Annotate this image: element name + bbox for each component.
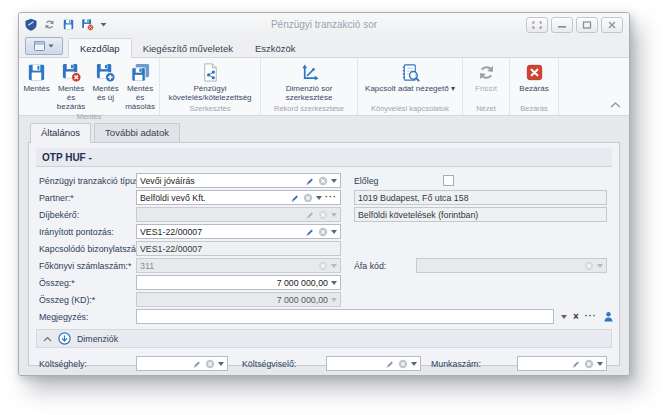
dropdown-icon[interactable] (331, 230, 337, 234)
shield-icon[interactable] (25, 18, 37, 31)
close-window-button[interactable]: Bezárás (512, 59, 556, 93)
refresh-icon[interactable] (43, 18, 56, 31)
osszeg-kd-label: Összeg (KD):* (39, 295, 136, 305)
row-fokonyvi-szamlaszam: Főkönyvi számlaszám:* 311 Áfa kód: (39, 258, 609, 273)
partner-address-field: 1019 Budapest, Fő utca 158 (354, 190, 607, 205)
titlebar[interactable]: Pénzügyi tranzakció sor (19, 13, 629, 36)
close-button[interactable] (601, 17, 623, 33)
tab-eszkozok[interactable]: Eszközök (244, 39, 307, 57)
save-copy-icon (129, 61, 151, 83)
clear-icon (318, 210, 328, 220)
pencil-icon (305, 210, 315, 220)
munkaszam-field[interactable] (517, 356, 607, 371)
financial-claim-button[interactable]: Pénzügyi követelés/kötelezettség (162, 59, 258, 102)
app-menu-button[interactable] (25, 37, 63, 55)
save-icon[interactable] (62, 18, 75, 31)
pencil-icon[interactable] (290, 193, 300, 203)
ribbon-group-szerkesztes: Pénzügyi követelés/kötelezettség Szerkes… (160, 58, 261, 115)
save-button[interactable]: Mentés (20, 59, 53, 93)
minimize-button[interactable] (551, 17, 573, 33)
ribbon-group-konyvelesi-kapcsolatok: Kapcsolt adat nézegető ▾ Könyvelési kapc… (358, 58, 463, 115)
dropdown-icon[interactable] (561, 315, 567, 319)
iranyitott-pontozas-field[interactable]: VES1-22/00007 (136, 224, 341, 239)
collapse-icon[interactable] (43, 336, 52, 342)
notebook-magnifier-icon (399, 61, 421, 83)
tab-kiegeszito-muveletek[interactable]: Kiegészítő műveletek (132, 39, 244, 57)
clear-icon[interactable] (303, 193, 313, 203)
pencil-icon[interactable] (192, 359, 202, 369)
person-icon[interactable] (603, 311, 614, 322)
ribbon-group-bezaras: Bezárás Bezárás (510, 58, 559, 115)
ellipsis-button[interactable]: ··· (585, 312, 597, 321)
qat-dropdown-icon[interactable] (100, 22, 107, 27)
dropdown-icon[interactable] (218, 362, 224, 366)
pencil-icon[interactable] (305, 227, 315, 237)
afa-kod-field[interactable] (416, 258, 607, 273)
row-dijbekero: Díjbekérő: Belföldi követelések (forintb… (39, 207, 609, 222)
clear-icon[interactable] (318, 227, 328, 237)
desktop: Pénzügyi tranzakció sor (0, 0, 668, 415)
linked-data-viewer-button[interactable]: Kapcsolt adat nézegető ▾ (361, 59, 459, 93)
chevron-down-icon (48, 44, 54, 48)
expand-circle-down-icon[interactable] (58, 332, 71, 345)
form-tab-tovabbi-adatok[interactable]: További adatok (94, 123, 180, 142)
form-tab-altalanos[interactable]: Általános (30, 123, 91, 143)
pencil-icon[interactable] (385, 359, 395, 369)
row-iranyitott-pontozas: Irányított pontozás: VES1-22/00007 (39, 224, 609, 239)
pencil-icon[interactable] (305, 176, 315, 186)
dropdown-icon[interactable] (411, 362, 417, 366)
clear-text-icon[interactable]: × (573, 312, 579, 322)
form-icon (34, 41, 45, 51)
group-caption-konyvelesi: Könyvelési kapcsolatok (359, 104, 461, 115)
clear-icon (318, 261, 328, 271)
dock-button[interactable] (526, 17, 548, 33)
transaction-type-field[interactable]: Vevői jóváírás (136, 173, 341, 188)
ribbon-group-mentes: Mentés Mentés és bezárás Mentés és új Me… (19, 58, 160, 115)
dropdown-icon[interactable] (331, 281, 337, 285)
dropdown-icon[interactable] (316, 196, 322, 200)
fokonyvi-szamlaszam-field[interactable]: 311 (136, 258, 341, 273)
clear-icon[interactable] (398, 359, 408, 369)
clear-icon[interactable] (205, 359, 215, 369)
ribbon-tab-row: Kezdőlap Kiegészítő műveletek Eszközök (19, 36, 629, 57)
ellipsis-button[interactable]: ··· (325, 193, 337, 202)
clear-icon[interactable] (318, 176, 328, 186)
group-caption-rekord: Rekord szerkesztése (262, 104, 356, 115)
dimension-row-edit-button[interactable]: Dimenzió sor szerkesztése (264, 59, 354, 102)
pencil-icon[interactable] (571, 359, 581, 369)
koltseghely-label: Költséghely: (39, 359, 136, 369)
save-close-icon[interactable] (81, 18, 94, 31)
save-close-icon (60, 61, 82, 83)
koltseghely-field[interactable] (136, 356, 228, 371)
dijbekero-field[interactable] (136, 207, 341, 222)
dropdown-icon (331, 213, 337, 217)
afa-kod-label: Áfa kód: (354, 261, 416, 271)
osszeg-field[interactable]: 7 000 000,00 (136, 275, 341, 290)
eloleg-checkbox[interactable] (443, 175, 454, 186)
fokonyvi-szamlaszam-label: Főkönyvi számlaszám:* (39, 261, 136, 271)
save-and-new-button[interactable]: Mentés és új (89, 59, 122, 102)
eloleg-area: Előleg (354, 175, 607, 186)
save-icon (26, 61, 48, 83)
osszeg-kd-field[interactable]: 7 000 000,00 (136, 292, 341, 307)
partner-field[interactable]: Belföldi vevő Kft. ··· (136, 190, 341, 205)
dropdown-icon[interactable] (331, 179, 337, 183)
save-and-close-button[interactable]: Mentés és bezárás (53, 59, 89, 112)
dijbekero-label: Díjbekérő: (39, 210, 136, 220)
dropdown-icon (331, 298, 337, 302)
koltsegviselo-field[interactable] (326, 356, 421, 371)
tab-kezdolap[interactable]: Kezdőlap (68, 38, 132, 58)
dimensions-header[interactable]: Dimenziók (36, 329, 612, 348)
save-and-copy-button[interactable]: Mentés és másolás (122, 59, 158, 112)
clear-icon[interactable] (584, 359, 594, 369)
dropdown-icon[interactable] (597, 362, 603, 366)
maximize-button[interactable] (576, 17, 598, 33)
refresh-button[interactable]: Frissít (465, 59, 507, 93)
collapse-ribbon-icon[interactable] (610, 94, 621, 112)
koltsegviselo-label: Költségviselő: (228, 359, 326, 369)
row-kapcsolodo-bizonylatszam: Kapcsolódó bizonylatszám: VES1-22/00007 (39, 241, 609, 256)
megjegyzes-field[interactable] (136, 309, 554, 324)
partner-label: Partner:* (39, 193, 136, 203)
kapcsolodo-bizonylatszam-label: Kapcsolódó bizonylatszám: (39, 244, 136, 254)
dimensions-section: Dimenziók Költséghely: Költségviselő: (36, 329, 612, 371)
